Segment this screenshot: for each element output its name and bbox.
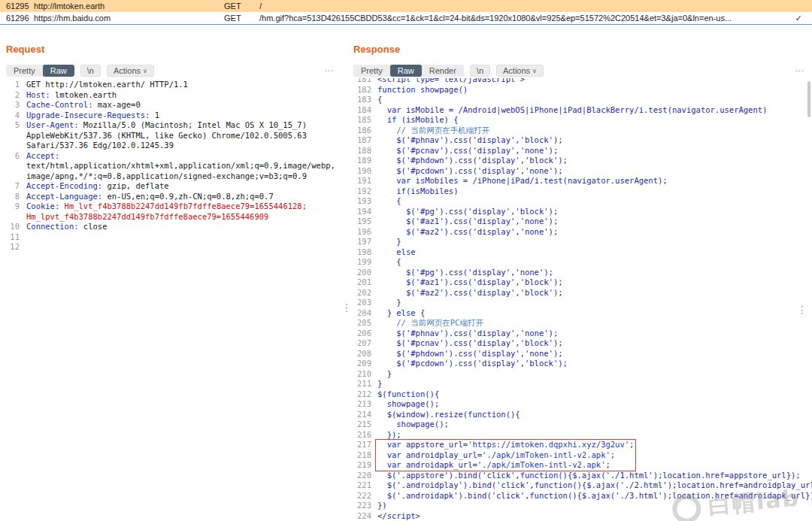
line-number: 203 — [353, 298, 371, 308]
line-number: 214 — [353, 410, 371, 420]
code-text[interactable]: GET http://lmtoken.earth/ HTTP/1.1 — [26, 80, 337, 90]
request-tab-newline[interactable]: \n — [80, 65, 101, 77]
response-line: 219 var androidapk_url='./apk/imToken-in… — [353, 460, 807, 471]
history-row[interactable]: 61295http://lmtoken.earthGET/ — [0, 0, 812, 12]
code-text[interactable]: }) — [377, 501, 387, 511]
panel-splitter[interactable]: ⋮ — [341, 25, 347, 521]
code-text[interactable]: if (isMobile) { — [377, 115, 459, 126]
response-tab-render[interactable]: Render — [422, 65, 464, 77]
code-text[interactable]: $('#pcdown').css('display','block'); — [377, 359, 568, 369]
code-text[interactable]: $('#pcnav').css('display','none'); — [377, 146, 558, 156]
code-text[interactable]: $('.androidapk').bind('click',function()… — [377, 491, 812, 501]
code-text[interactable]: $('#phdown').css('display','block'); — [377, 156, 568, 166]
request-tab-raw[interactable]: Raw — [43, 65, 74, 77]
code-text[interactable]: Accept: text/html,application/xhtml+xml,… — [26, 151, 337, 182]
code-text[interactable]: showpage(); — [377, 399, 439, 410]
code-text[interactable]: showpage(); — [377, 420, 449, 430]
line-number: 183 — [353, 95, 371, 105]
code-text[interactable]: } — [377, 298, 401, 308]
code-text[interactable]: $(function(){ — [377, 389, 439, 400]
code-text[interactable]: var isMobile = /Android|webOS|iPhone|iPa… — [377, 105, 767, 116]
code-text[interactable]: { — [377, 196, 401, 207]
response-tab-raw[interactable]: Raw — [390, 65, 422, 77]
code-text[interactable]: var androidplay_url='./apk/imToken-intl-… — [377, 450, 615, 461]
code-text[interactable]: }); — [377, 430, 401, 441]
code-text[interactable]: </script> — [377, 511, 420, 521]
code-text[interactable]: // 当前网页在PC端打开 — [377, 318, 483, 329]
code-text[interactable]: $('#az1').css('display','none'); — [377, 217, 558, 227]
response-tab-newline[interactable]: \n — [470, 65, 490, 77]
line-number: 9 — [6, 201, 20, 222]
code-text[interactable]: else — [377, 247, 416, 258]
code-text[interactable]: Connection: close — [26, 222, 337, 232]
response-line: 214 $(window).resize(function(){ — [353, 410, 807, 420]
request-codewrap[interactable]: 1GET http://lmtoken.earth/ HTTP/1.12Host… — [0, 78, 341, 521]
code-text[interactable]: var androidapk_url='./apk/imToken-intl-v… — [377, 460, 611, 471]
request-line: 3Cache-Control: max-age=0 — [6, 100, 337, 111]
code-text[interactable]: $('#pcnav').css('display','block'); — [377, 338, 563, 349]
code-text[interactable]: function showpage() — [377, 85, 468, 95]
code-text[interactable]: } — [377, 369, 392, 380]
code-text[interactable]: $('#phnav').css('display','block'); — [377, 135, 563, 146]
code-text[interactable]: Accept-Language: en-US,en;q=0.9,zh-CN;q=… — [26, 192, 337, 202]
code-text[interactable]: $('#az2').css('display','none'); — [377, 227, 558, 238]
code-text[interactable]: $(window).resize(function(){ — [377, 410, 520, 420]
code-text[interactable]: $('#pg').css('display','none'); — [377, 268, 553, 278]
code-text[interactable]: $('#pg').css('display','block'); — [377, 207, 558, 217]
line-number: 216 — [353, 430, 371, 441]
line-number: 205 — [353, 318, 371, 329]
line-number: 208 — [353, 349, 371, 359]
cell-chost: https://hm.baidu.com — [33, 12, 223, 24]
response-line: 206 $('#phnav').css('display','none'); — [353, 329, 807, 339]
response-line: 185 if (isMobile) { — [353, 115, 807, 126]
code-text[interactable]: } — [377, 237, 401, 247]
code-text[interactable]: Cookie: Hm_lvt_f4b3788b2247dd149fb7fdffe… — [26, 201, 337, 222]
code-text[interactable]: // 当前网页在手机端打开 — [377, 126, 489, 136]
code-text[interactable]: { — [377, 257, 401, 268]
code-text[interactable]: Cache-Control: max-age=0 — [26, 100, 337, 111]
line-number: 218 — [353, 450, 371, 461]
response-tab-actions[interactable]: Actions∨ — [496, 65, 544, 77]
request-line: 5User-Agent: Mozilla/5.0 (Macintosh; Int… — [6, 120, 337, 151]
response-line: 191 var isMobiles = /iPhone|iPad/i.test(… — [353, 176, 807, 186]
code-text[interactable]: $('.androidplay').bind('click',function(… — [377, 480, 812, 491]
code-text[interactable]: <script type="text/javascript"> — [377, 78, 525, 85]
code-text[interactable]: $('.appstore').bind('click',function(){$… — [377, 471, 801, 481]
line-number: 194 — [353, 207, 371, 217]
code-text[interactable]: } — [377, 379, 382, 389]
code-text[interactable]: } else { — [377, 308, 425, 319]
code-text[interactable]: var appstore_url='https://imtoken.dqpxhi… — [377, 440, 634, 450]
response-codewrap[interactable]: 181<script type="text/javascript">182fun… — [347, 78, 812, 521]
line-number: 212 — [353, 389, 371, 400]
line-number: 188 — [353, 146, 371, 156]
request-tabs: PrettyRaw\nActions∨⋯ — [0, 63, 341, 78]
code-text[interactable]: Upgrade-Insecure-Requests: 1 — [26, 111, 337, 121]
response-line: 188 $('#pcnav').css('display','none'); — [353, 146, 807, 156]
code-text[interactable]: $('#phnav').css('display','none'); — [377, 329, 558, 339]
request-tab-pretty[interactable]: Pretty — [6, 65, 43, 77]
code-text[interactable] — [26, 242, 337, 253]
response-tab-pretty[interactable]: Pretty — [353, 65, 390, 77]
code-text[interactable]: Accept-Encoding: gzip, deflate — [26, 181, 337, 192]
response-title: Response — [347, 25, 812, 56]
code-text[interactable]: $('#az2').css('display','block'); — [377, 288, 563, 298]
code-text[interactable]: $('#az1').css('display','block'); — [377, 277, 563, 288]
line-number: 11 — [6, 232, 20, 243]
request-tab-actions[interactable]: Actions∨ — [107, 65, 154, 77]
code-text[interactable] — [26, 232, 337, 243]
scrollbar-thumb[interactable] — [807, 81, 810, 117]
code-text[interactable]: $('#phdown').css('display','none'); — [377, 349, 563, 359]
response-line: 195 $('#az1').css('display','none'); — [353, 217, 807, 227]
line-number: 191 — [353, 176, 371, 186]
code-text[interactable]: User-Agent: Mozilla/5.0 (Macintosh; Inte… — [26, 120, 337, 151]
response-line: 222 $('.androidapk').bind('click',functi… — [353, 491, 807, 501]
code-text[interactable]: Host: lmtoken.earth — [26, 90, 337, 101]
history-row[interactable]: 61296https://hm.baidu.comGET/hm.gif?hca=… — [0, 12, 812, 24]
line-number: 7 — [6, 181, 20, 192]
code-text[interactable]: $('#pcdown').css('display','none'); — [377, 166, 563, 177]
code-text[interactable]: { — [377, 95, 382, 105]
cell-cpath: /hm.gif?hca=513D426155CBDD53&cc=1&ck=1&c… — [259, 12, 785, 24]
code-text[interactable]: var isMobiles = /iPhone|iPad/i.test(navi… — [377, 176, 668, 186]
cell-cmethod: GET — [223, 12, 259, 24]
code-text[interactable]: if(isMobiles) — [377, 186, 459, 197]
